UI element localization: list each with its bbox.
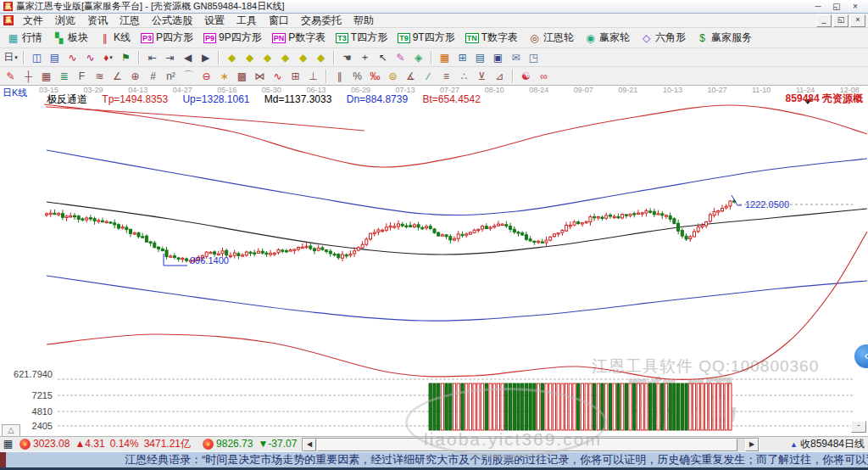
diamond-tool-6-icon[interactable]: ◆ [313, 50, 329, 65]
scrollbar-thumb[interactable] [317, 439, 737, 451]
scroll-left-icon[interactable]: ◀ [303, 439, 316, 451]
diamond-tool-2-icon[interactable]: ◆ [242, 50, 258, 65]
kline-style-icon[interactable]: ♦▾ [100, 50, 116, 65]
p9-square-button[interactable]: P99P四方形 [199, 29, 266, 47]
mail-icon[interactable]: ✉ [508, 50, 524, 65]
mdi-restore-button[interactable]: ◱ [833, 14, 849, 27]
square-n2-tool-icon[interactable]: n² [163, 69, 179, 84]
regression-tool-icon[interactable]: ⊿ [492, 69, 508, 84]
mirror-tool-icon[interactable]: ⊻ [474, 69, 490, 84]
prev-bar-icon[interactable]: ◀ [180, 50, 196, 65]
annotate-tool-icon[interactable]: ✎ [392, 50, 409, 65]
hand-tool-icon[interactable]: ☚ [339, 50, 355, 65]
save-icon[interactable]: ▣ [490, 50, 506, 65]
winner-wheel-button[interactable]: ◉赢家轮 [580, 29, 634, 47]
winner-service-button[interactable]: $赢家服务 [692, 29, 756, 47]
cross-tool-icon[interactable]: ⋈ [252, 69, 268, 84]
infinity-tool-icon[interactable]: ∞ [536, 69, 552, 84]
horizontal-scrollbar[interactable]: ◀ ▶ [302, 438, 760, 452]
pen-tool-icon[interactable]: ✎ [3, 69, 19, 84]
fibonacci-tool-icon[interactable]: ≣ [56, 69, 72, 84]
gann-fan-tool-icon[interactable]: ∡ [403, 69, 419, 84]
mdi-close-button[interactable]: × [850, 14, 865, 27]
perpendicular-tool-icon[interactable]: ⊥ [305, 69, 321, 84]
last-bar-icon[interactable]: ⇥ [162, 50, 178, 65]
menu-item[interactable]: 设置 [198, 14, 231, 27]
cycle-tool-icon[interactable]: ⊖ [198, 69, 214, 84]
period-day-button-dropdown-icon[interactable]: ▾ [14, 54, 18, 61]
menu-item[interactable]: 帮助 [348, 14, 380, 27]
candles-group [46, 199, 736, 264]
t-square-button[interactable]: T3T四方形 [331, 29, 392, 47]
quote-grid-icon[interactable]: ▦ [2, 439, 14, 450]
flag-icon[interactable]: ⚑ [118, 50, 134, 65]
p-number-table-button[interactable]: PNP数字表 [268, 29, 331, 47]
hexagon-button[interactable]: ◇六角形 [636, 29, 690, 47]
menu-item[interactable]: 公式选股 [146, 14, 198, 27]
first-bar-icon[interactable]: ⇤ [144, 50, 160, 65]
angle-tool-icon[interactable]: ∠ [109, 69, 125, 84]
gann-grid-tool-icon[interactable]: ▦ [38, 69, 54, 84]
export-icon[interactable]: ◳ [526, 50, 542, 65]
menu-item[interactable]: 浏览 [49, 14, 81, 27]
golden-ratio-tool-icon[interactable]: ⊜ [385, 69, 401, 84]
menu-item[interactable]: 江恩 [114, 14, 146, 27]
mdi-minimize-button[interactable]: _ [816, 14, 832, 27]
box-tool-icon[interactable]: ▩ [234, 69, 250, 84]
sz-index-icon[interactable]: ¥ [203, 439, 214, 450]
diamond-tool-3-icon[interactable]: ◆ [259, 50, 275, 65]
time-line-tool-icon[interactable]: ∴ [456, 69, 472, 84]
arc-tool-icon[interactable]: ⌒ [181, 69, 197, 84]
scroll-right-icon[interactable]: ▶ [745, 439, 759, 451]
hatch-tool-icon[interactable]: # [145, 69, 161, 84]
speed-line-tool-icon[interactable]: ∕ [420, 69, 437, 84]
menu-item[interactable]: 资讯 [81, 14, 114, 27]
menu-item[interactable]: 交易委托 [295, 14, 348, 27]
f-square-tool-icon[interactable]: F [74, 69, 90, 84]
diamond-tool-4-icon[interactable]: ◆ [277, 50, 293, 65]
gann-wheel-button[interactable]: ◎江恩轮 [524, 29, 578, 47]
pointer-tool-icon[interactable]: ↖ [375, 50, 391, 65]
expand-pane-button[interactable]: △ [2, 424, 20, 437]
restore-button[interactable]: ◱ [827, 2, 846, 11]
trend-small2-icon[interactable]: ∿ [82, 50, 98, 65]
diamond-tool-1-icon[interactable]: ◆ [224, 50, 240, 65]
wave-tool-icon[interactable]: ≋ [92, 69, 108, 84]
info-panel-icon[interactable]: ▤ [47, 50, 63, 65]
p-square-button[interactable]: P3P四方形 [136, 29, 198, 47]
next-bar-icon[interactable]: ▶ [198, 50, 214, 65]
collapse-pane-button[interactable]: - [851, 421, 866, 433]
kline-chart-canvas[interactable]: 996.14001222.0500621.7940721548102405 [0, 86, 868, 436]
calendar-icon[interactable]: ▦ [437, 50, 453, 65]
diamond-tool-5-icon[interactable]: ◆ [295, 50, 311, 65]
channel-tool-icon[interactable]: ∥ [331, 69, 348, 84]
minimize-button[interactable]: ─ [809, 2, 827, 11]
crosshair-tool-icon[interactable]: ＋ [357, 50, 373, 65]
menu-item[interactable]: 窗口 [263, 14, 295, 27]
block-tool-icon[interactable]: ◈ [410, 50, 426, 65]
sh-index-icon[interactable]: ¥ [19, 439, 31, 450]
quotes-button[interactable]: ▦行情 [3, 29, 47, 47]
trend-small-icon[interactable]: ∿ [64, 50, 81, 65]
circle-tool-icon[interactable]: ⊕ [127, 69, 143, 84]
t-number-table-button[interactable]: TNT数字表 [461, 29, 522, 47]
report-icon[interactable]: ▤ [472, 50, 488, 65]
gann-line-tool-icon[interactable]: ┼ [20, 69, 36, 84]
calculator-icon[interactable]: ⊞ [454, 50, 470, 65]
t9-square-button[interactable]: T99T四方形 [393, 29, 459, 47]
star-tool-icon[interactable]: ∗ [216, 69, 232, 84]
menu-item[interactable]: 文件 [17, 14, 49, 27]
grid2-tool-icon[interactable]: ⊞ [287, 69, 303, 84]
sectors-button[interactable]: ▚板块 [48, 29, 92, 47]
kline-style-icon-dropdown-icon[interactable]: ▾ [109, 54, 113, 61]
price-line-tool-icon[interactable]: ≡ [438, 69, 454, 84]
period-day-button[interactable]: 日▾ [3, 50, 19, 65]
kline-button[interactable]: ∥K线 [94, 29, 135, 47]
wave2-tool-icon[interactable]: ∿ [270, 69, 286, 84]
yinyang-tool-icon[interactable]: ☯ [518, 69, 534, 84]
chart-layout-icon[interactable]: ◫ [29, 50, 45, 65]
close-button[interactable]: × [846, 2, 865, 11]
percent-tool-icon[interactable]: % [349, 69, 365, 84]
permille-tool-icon[interactable]: ‰ [367, 69, 383, 84]
menu-item[interactable]: 工具 [231, 14, 263, 27]
